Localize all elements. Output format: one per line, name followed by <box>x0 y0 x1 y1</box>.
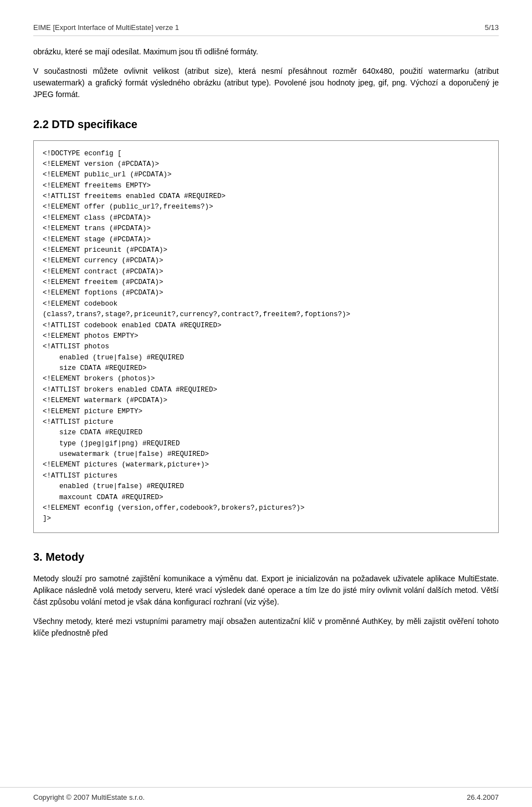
dtd-code-block: <!DOCTYPE econfig [ <!ELEMENT version (#… <box>33 140 499 533</box>
page-header: EIME [Export Interface of MultiEstate] v… <box>33 22 499 36</box>
document-title: EIME [Export Interface of MultiEstate] v… <box>33 22 179 33</box>
intro-paragraph-2: V součastnosti můžete ovlivnit velikost … <box>33 65 499 100</box>
intro-paragraph-1: obrázku, které se mají odesílat. Maximum… <box>33 46 499 58</box>
page-number: 5/13 <box>485 22 499 33</box>
section-3-heading: 3. Metody <box>33 549 499 565</box>
section-3-paragraph-1: Metody slouží pro samotné zajištění komu… <box>33 573 499 608</box>
section-3-paragraph-2: Všechny metody, které mezi vstupními par… <box>33 616 499 639</box>
section-2-2-heading: 2.2 DTD specifikace <box>33 116 499 133</box>
